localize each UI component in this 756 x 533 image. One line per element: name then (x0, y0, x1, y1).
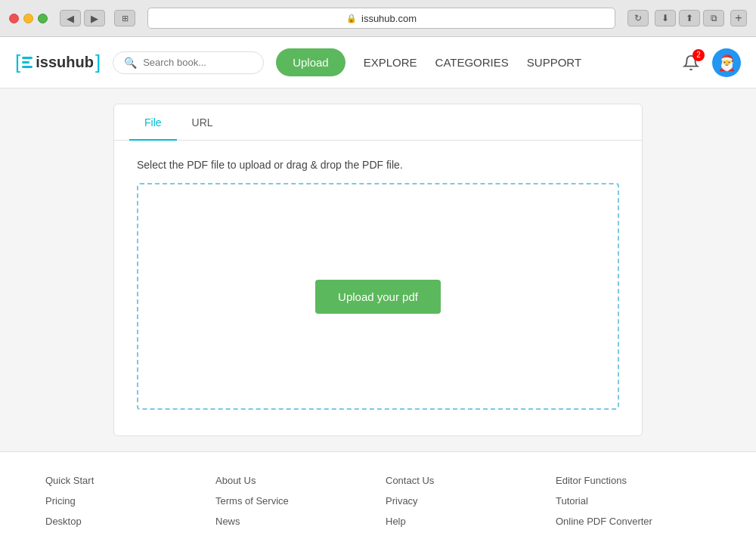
tab-file[interactable]: File (129, 104, 177, 141)
window-button[interactable]: ⊞ (114, 10, 135, 26)
refresh-button[interactable]: ↻ (627, 10, 649, 26)
footer-link-about[interactable]: About Us (215, 475, 370, 486)
address-bar[interactable]: 🔒 issuhub.com (147, 8, 615, 29)
share-button[interactable]: ⬆ (679, 10, 700, 26)
navbar: [ issuhub ] 🔍 Upload EXPLORE CATEGORIES … (0, 37, 756, 88)
footer-col-4: Editor Functions Tutorial Online PDF Con… (556, 475, 711, 533)
categories-link[interactable]: CATEGORIES (435, 56, 509, 69)
footer-link-privacy[interactable]: Privacy (386, 495, 541, 507)
minimize-window-button[interactable] (23, 14, 33, 23)
search-box[interactable]: 🔍 (113, 51, 264, 74)
upload-card: File URL Select the PDF file to upload o… (113, 104, 643, 436)
nav-right: 2 🎅 (679, 48, 741, 77)
footer-link-pdfconverter[interactable]: Online PDF Converter (556, 516, 711, 527)
footer-link-pricing[interactable]: Pricing (45, 495, 200, 507)
nav-links: EXPLORE CATEGORIES SUPPORT (364, 56, 581, 69)
notification-badge: 2 (692, 49, 705, 61)
logo-lines (22, 57, 33, 68)
upload-instruction: Select the PDF file to upload or drag & … (137, 159, 619, 171)
footer-link-help[interactable]: Help (386, 516, 541, 527)
explore-link[interactable]: EXPLORE (364, 56, 417, 69)
url-text: issuhub.com (361, 13, 417, 24)
logo[interactable]: [ issuhub ] (15, 51, 101, 74)
lock-icon: 🔒 (346, 14, 357, 23)
upload-button[interactable]: Upload (276, 48, 345, 76)
logo-text: issuhub (36, 54, 94, 71)
maximize-window-button[interactable] (38, 14, 48, 23)
upload-pdf-button[interactable]: Upload your pdf (315, 280, 441, 314)
footer-col-1: Quick Start Pricing Desktop (45, 475, 200, 533)
footer-link-tos[interactable]: Terms of Service (215, 495, 370, 507)
avatar[interactable]: 🎅 (712, 48, 741, 77)
footer-link-desktop[interactable]: Desktop (45, 516, 200, 527)
logo-bracket-left: [ (15, 51, 20, 74)
window-mode-button[interactable]: ⧉ (703, 10, 724, 26)
forward-button[interactable]: ▶ (84, 10, 105, 26)
new-tab-button[interactable]: + (730, 10, 747, 26)
footer-link-news[interactable]: News (215, 516, 370, 527)
footer-link-tutorial[interactable]: Tutorial (556, 495, 711, 507)
close-window-button[interactable] (9, 14, 19, 23)
footer: Quick Start Pricing Desktop About Us Ter… (0, 451, 756, 533)
main-content: File URL Select the PDF file to upload o… (0, 88, 756, 451)
search-input[interactable] (143, 57, 249, 68)
footer-link-editor[interactable]: Editor Functions (556, 475, 711, 486)
logo-bracket-right: ] (95, 51, 101, 74)
footer-link-contact[interactable]: Contact Us (386, 475, 541, 486)
tab-url[interactable]: URL (177, 104, 228, 141)
footer-col-2: About Us Terms of Service News (215, 475, 370, 533)
footer-col-3: Contact Us Privacy Help (386, 475, 541, 533)
notifications-button[interactable]: 2 (679, 51, 703, 75)
browser-chrome: ◀ ▶ ⊞ 🔒 issuhub.com ↻ ⬇ ⬆ ⧉ + (0, 0, 756, 37)
app-wrapper: [ issuhub ] 🔍 Upload EXPLORE CATEGORIES … (0, 37, 756, 533)
card-body: Select the PDF file to upload or drag & … (114, 141, 642, 428)
download-button[interactable]: ⬇ (655, 10, 676, 26)
drop-zone[interactable]: Upload your pdf (137, 183, 619, 410)
tab-bar: File URL (114, 104, 642, 141)
search-icon: 🔍 (124, 57, 137, 69)
footer-link-quickstart[interactable]: Quick Start (45, 475, 200, 486)
back-button[interactable]: ◀ (60, 10, 81, 26)
support-link[interactable]: SUPPORT (527, 56, 581, 69)
traffic-lights (9, 14, 48, 23)
